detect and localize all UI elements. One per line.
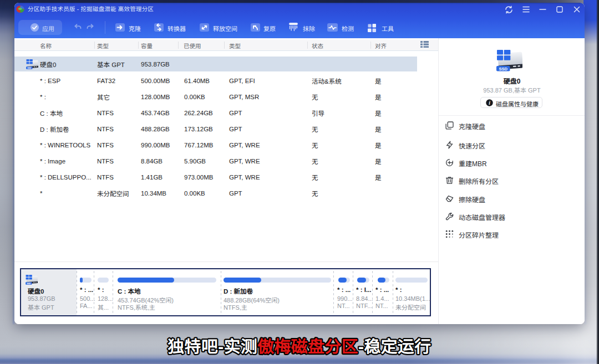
svg-text:独特吧-实测傲梅磁盘分区-稳定运行: 独特吧-实测傲梅磁盘分区-稳定运行 (167, 333, 431, 357)
svg-text:i: i (489, 100, 490, 106)
